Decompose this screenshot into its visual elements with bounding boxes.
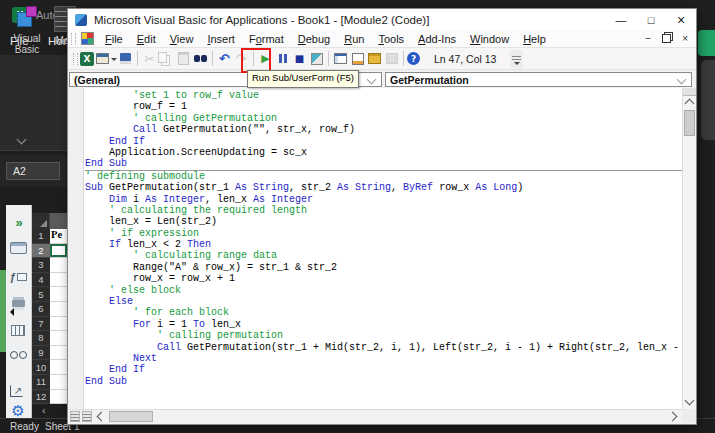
close-button[interactable]: × <box>666 9 696 30</box>
column-header[interactable] <box>50 213 67 229</box>
scroll-down-icon[interactable] <box>685 396 695 406</box>
module-window-icon[interactable] <box>81 32 94 45</box>
sheet-rows: 1Pe23456789101112 <box>32 229 67 405</box>
sheet-cell[interactable] <box>50 317 67 332</box>
visual-basic-button[interactable]: Visual Basic <box>8 6 46 55</box>
row-header[interactable]: 3 <box>32 258 50 273</box>
split-handle[interactable] <box>683 88 696 96</box>
code-line: ' for each block <box>85 307 682 318</box>
code-line: Dim i As Integer, len_x As Integer <box>85 194 682 205</box>
row-header[interactable]: 11 <box>32 375 50 390</box>
sheet-cell[interactable] <box>50 375 67 390</box>
procedure-dropdown[interactable]: GetPermutation <box>385 72 692 87</box>
menu-addins[interactable]: Add-Ins <box>411 33 463 45</box>
insert-userform-icon[interactable] <box>96 50 117 67</box>
row-header[interactable]: 5 <box>32 287 50 302</box>
maximize-button[interactable]: □ <box>636 9 666 30</box>
child-window-controls: −× <box>645 34 688 44</box>
code-line: row_f = 1 <box>85 101 682 112</box>
row-header[interactable]: 7 <box>32 317 50 332</box>
vertical-scroll-thumb[interactable] <box>684 110 695 136</box>
menu-edit[interactable]: Edit <box>130 33 163 45</box>
menu-help[interactable]: Help <box>516 33 553 45</box>
vertical-scrollbar[interactable] <box>682 88 696 409</box>
sheet-cell[interactable] <box>50 258 67 273</box>
sheet-cell[interactable]: Pe <box>50 229 67 244</box>
sheet-cell[interactable] <box>50 346 67 361</box>
row-header[interactable]: 10 <box>32 360 50 375</box>
find-icon[interactable] <box>7 346 29 364</box>
menu-window[interactable]: Window <box>463 33 516 45</box>
keyboard-icon[interactable] <box>7 239 29 257</box>
menu-run[interactable]: Run <box>337 33 371 45</box>
scroll-left-icon[interactable] <box>97 412 107 422</box>
code-line: row_x = row_x + 1 <box>85 273 682 284</box>
child-close-button[interactable]: × <box>682 34 688 44</box>
row-header[interactable]: 9 <box>32 346 50 361</box>
scroll-right-icon[interactable] <box>668 412 678 422</box>
menubar-grip[interactable] <box>71 33 76 45</box>
view-excel-icon[interactable]: X <box>80 52 94 66</box>
save-icon[interactable] <box>117 50 134 67</box>
expand-sidebar-icon[interactable]: » <box>7 213 29 231</box>
menu-view[interactable]: View <box>163 33 201 45</box>
minimize-button[interactable]: — <box>606 9 636 30</box>
reset-icon[interactable]: ■ <box>291 50 308 67</box>
row-header[interactable]: 4 <box>32 273 50 288</box>
share-icon[interactable]: ↗ <box>7 381 29 399</box>
break-icon[interactable] <box>274 50 291 67</box>
copy-icon[interactable] <box>158 50 175 67</box>
find-icon[interactable] <box>192 50 209 67</box>
menu-file[interactable]: File <box>98 33 130 45</box>
toolbox-icon[interactable] <box>383 50 400 67</box>
row-header[interactable]: 12 <box>32 390 50 405</box>
child-restore-button[interactable] <box>662 34 671 43</box>
row-header[interactable]: 6 <box>32 302 50 317</box>
table-row: 11 <box>32 375 67 390</box>
name-box[interactable]: A2 <box>6 162 60 180</box>
undo-icon[interactable]: ↶ <box>216 50 233 67</box>
toolbar-options-button[interactable] <box>510 50 523 68</box>
paste-icon[interactable] <box>175 50 192 67</box>
ribbon-green-button[interactable] <box>698 30 715 56</box>
horizontal-scrollbar[interactable] <box>68 409 682 423</box>
insert-function-icon[interactable]: ƒ <box>7 268 29 286</box>
menu-tools[interactable]: Tools <box>371 33 411 45</box>
row-header[interactable]: 1 <box>32 229 50 244</box>
object-browser-icon[interactable] <box>366 50 383 67</box>
procedure-view-button[interactable] <box>70 411 80 422</box>
help-icon[interactable]: ? <box>407 52 420 65</box>
properties-window-icon[interactable] <box>349 50 366 67</box>
sheet-cell[interactable] <box>50 331 67 346</box>
menu-debug[interactable]: Debug <box>291 33 337 45</box>
horizontal-scroll-thumb[interactable] <box>109 411 153 422</box>
row-header[interactable]: 8 <box>32 331 50 346</box>
scroll-up-icon[interactable] <box>685 99 695 109</box>
design-mode-icon[interactable] <box>308 50 325 67</box>
sheet-cell[interactable] <box>50 360 67 375</box>
child-minimize-button[interactable]: − <box>645 34 651 44</box>
menu-insert[interactable]: Insert <box>200 33 242 45</box>
full-module-view-button[interactable] <box>82 411 92 422</box>
table-row: 7 <box>32 317 67 332</box>
sheet-cell[interactable] <box>50 287 67 302</box>
cursor-position-label: Ln 47, Col 13 <box>434 53 496 65</box>
sheet-cell[interactable] <box>50 244 67 259</box>
sheet-cell[interactable] <box>50 302 67 317</box>
select-all-corner[interactable] <box>32 213 50 229</box>
menu-format[interactable]: Format <box>242 33 291 45</box>
scrollbar-corner <box>682 409 696 423</box>
code-line: ' defining submodule <box>85 170 682 182</box>
code-panel[interactable]: 'set 1 to row_f value row_f = 1 ' callin… <box>68 88 696 409</box>
vba-window: Microsoft Visual Basic for Applications … <box>67 8 697 425</box>
code-line: 'set 1 to row_f value <box>85 90 682 101</box>
project-explorer-icon[interactable] <box>332 50 349 67</box>
sheet-nav-left-icon[interactable]: ‹ <box>42 404 46 416</box>
row-header[interactable]: 2 <box>32 244 50 259</box>
cut-icon[interactable]: ✂ <box>141 50 158 67</box>
sheet-cell[interactable] <box>50 390 67 405</box>
sheet-cell[interactable] <box>50 273 67 288</box>
code-line: Call GetPermutation(str_1 + Mid(str_2, i… <box>85 342 682 353</box>
table-icon[interactable] <box>7 321 29 339</box>
table-row: 8 <box>32 331 67 346</box>
